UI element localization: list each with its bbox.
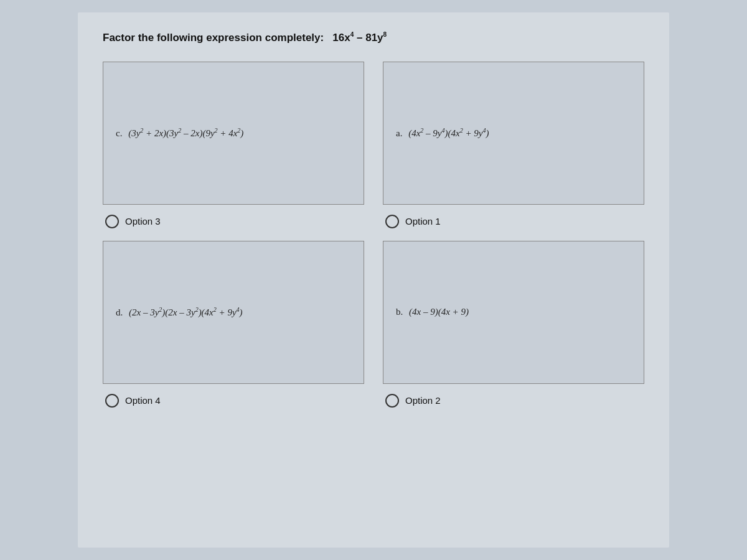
option-c-box[interactable]: c. (3y2 + 2x)(3y2 – 2x)(9y2 + 4x2) xyxy=(103,62,364,205)
option-c-cell: c. (3y2 + 2x)(3y2 – 2x)(9y2 + 4x2) Optio… xyxy=(103,62,364,228)
option-a-box[interactable]: a. (4x2 – 9y4)(4x2 + 9y4) xyxy=(383,62,644,205)
option-d-box[interactable]: d. (2x – 3y2)(2x – 3y2)(4x2 + 9y4) xyxy=(103,241,364,384)
question-card: Factor the following expression complete… xyxy=(78,12,669,548)
option-c-radio[interactable] xyxy=(105,215,119,228)
option-a-cell: a. (4x2 – 9y4)(4x2 + 9y4) Option 1 xyxy=(383,62,644,228)
option-a-radio-row[interactable]: Option 1 xyxy=(385,215,441,228)
option-d-radio[interactable] xyxy=(105,394,119,408)
option-b-radio-row[interactable]: Option 2 xyxy=(385,394,441,408)
option-c-label: Option 3 xyxy=(125,216,161,226)
option-b-radio[interactable] xyxy=(385,394,399,408)
option-b-box[interactable]: b. (4x – 9)(4x + 9) xyxy=(383,241,644,384)
option-d-radio-row[interactable]: Option 4 xyxy=(105,394,161,408)
option-d-cell: d. (2x – 3y2)(2x – 3y2)(4x2 + 9y4) Optio… xyxy=(103,241,364,408)
option-a-formula: a. (4x2 – 9y4)(4x2 + 9y4) xyxy=(396,127,489,139)
option-a-radio[interactable] xyxy=(385,215,399,228)
page-container: Factor the following expression complete… xyxy=(0,0,747,560)
option-c-radio-row[interactable]: Option 3 xyxy=(105,215,161,228)
option-d-formula: d. (2x – 3y2)(2x – 3y2)(4x2 + 9y4) xyxy=(116,306,243,318)
option-b-cell: b. (4x – 9)(4x + 9) Option 2 xyxy=(383,241,644,408)
option-d-label: Option 4 xyxy=(125,395,161,406)
question-title: Factor the following expression complete… xyxy=(103,31,644,44)
option-b-formula: b. (4x – 9)(4x + 9) xyxy=(396,307,469,317)
option-c-formula: c. (3y2 + 2x)(3y2 – 2x)(9y2 + 4x2) xyxy=(116,127,243,139)
options-grid: c. (3y2 + 2x)(3y2 – 2x)(9y2 + 4x2) Optio… xyxy=(103,62,644,408)
option-b-label: Option 2 xyxy=(405,395,441,406)
option-a-label: Option 1 xyxy=(405,216,441,226)
